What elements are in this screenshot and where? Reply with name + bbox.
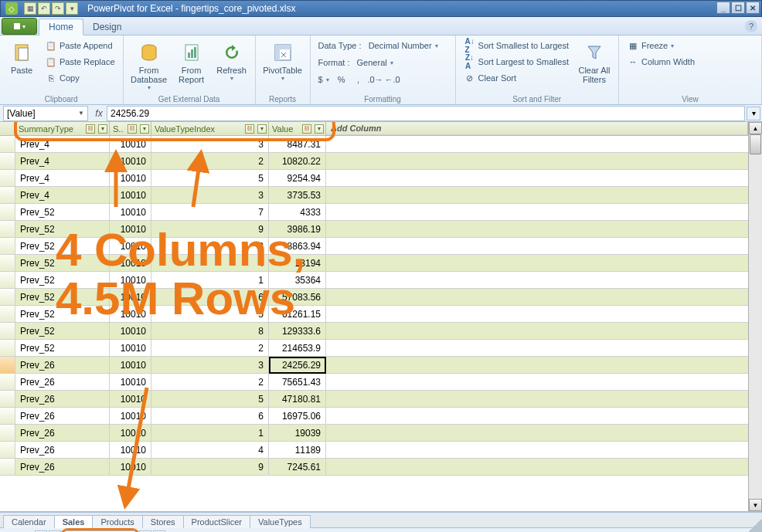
qat-save-icon[interactable]: ▦ [24,2,36,15]
sheet-tab-productslicer[interactable]: ProductSlicer [183,515,250,528]
copy-button[interactable]: ⎘Copy [42,70,118,86]
cell[interactable]: 9 [151,459,269,476]
column-header-value[interactable]: Value⛓▼ [269,122,326,135]
cell[interactable]: 16975.06 [269,408,326,425]
sheet-tab-products[interactable]: Products [92,515,142,528]
cell[interactable]: 10010 [110,221,151,238]
row-selector[interactable] [0,153,15,170]
qat-redo-icon[interactable]: ↷ [52,2,64,15]
decrease-decimal-button[interactable]: ←.0 [385,72,400,87]
increase-decimal-button[interactable]: .0→ [368,72,383,87]
row-selector[interactable] [0,221,15,238]
cell[interactable]: Prev_52 [15,289,110,306]
cell[interactable]: Prev_26 [15,442,110,459]
cell[interactable]: 8863.94 [269,238,326,255]
from-database-button[interactable]: From Database▾ [128,38,170,103]
cell[interactable]: 47180.81 [269,391,326,408]
formula-expand-button[interactable]: ▾ [747,107,760,120]
row-selector[interactable] [0,391,15,408]
cell[interactable]: Prev_52 [15,238,110,255]
cell[interactable]: 6 [151,289,269,306]
cell[interactable]: Prev_26 [15,408,110,425]
cell[interactable]: 9254.94 [269,170,326,187]
cell[interactable]: 214653.9 [269,340,326,357]
comma-button[interactable]: , [351,72,366,87]
column-width-button[interactable]: ↔Column Width [624,54,757,69]
row-selector[interactable] [0,204,15,221]
cell[interactable]: Prev_52 [15,340,110,357]
cell[interactable]: 3 [151,238,269,255]
row-selector[interactable] [0,170,15,187]
cell[interactable]: 10820.22 [269,153,326,170]
relationship-icon[interactable]: ⛓ [245,124,254,134]
cell[interactable]: 4 [151,255,269,272]
paste-append-button[interactable]: 📋Paste Append [42,38,118,53]
table-row[interactable]: Prev_2610010324256.29 [0,357,748,374]
row-selector[interactable] [0,425,15,442]
cell[interactable]: 19039 [269,425,326,442]
filter-dropdown-icon[interactable]: ▼ [140,124,149,134]
cell[interactable]: 10010 [110,255,151,272]
pivottable-button[interactable]: PivotTable▾ [260,38,305,103]
row-selector[interactable] [0,255,15,272]
sheet-tab-sales[interactable]: Sales [54,515,94,528]
row-selector[interactable] [0,374,15,391]
cell[interactable]: 8 [151,323,269,340]
relationship-icon[interactable]: ⛓ [302,124,311,134]
cell[interactable]: 24256.29 [269,357,326,374]
cell[interactable]: 5 [151,391,269,408]
cell[interactable]: 2 [151,340,269,357]
cell[interactable]: Prev_26 [15,425,110,442]
vertical-scrollbar[interactable]: ▲ ▼ [748,122,762,511]
clear-sort-button[interactable]: ⊘Clear Sort [461,70,572,86]
clear-filters-button[interactable]: Clear All Filters [575,38,614,103]
row-selector[interactable] [0,459,15,476]
formula-input[interactable]: 24256.29 [107,106,745,121]
freeze-button[interactable]: ▦Freeze▾ [624,38,757,53]
table-row[interactable]: Prev_2610010275651.43 [0,374,748,391]
row-selector[interactable] [0,289,15,306]
cell[interactable]: 8487.31 [269,136,326,153]
cell[interactable]: 3735.53 [269,187,326,204]
table-row[interactable]: Prev_521001038863.94 [0,238,748,255]
cell[interactable]: 4333 [269,204,326,221]
filter-dropdown-icon[interactable]: ▼ [98,124,107,134]
cell[interactable]: 10010 [110,238,151,255]
row-selector[interactable] [0,238,15,255]
scroll-thumb[interactable] [750,134,761,154]
cell[interactable]: 10010 [110,357,151,374]
cell[interactable]: Prev_52 [15,272,110,289]
cell[interactable]: 10010 [110,272,151,289]
scroll-up-button[interactable]: ▲ [749,122,762,134]
fx-icon[interactable]: fx [91,108,107,119]
tab-home[interactable]: Home [39,19,83,36]
column-header-valuetypeindex[interactable]: ValueTypeIndex⛓▼ [151,122,269,135]
cell[interactable]: 10010 [110,306,151,323]
sort-asc-button[interactable]: A↓ZSort Smallest to Largest [461,38,572,53]
relationship-icon[interactable]: ⛓ [128,124,137,134]
scroll-track[interactable] [749,134,762,499]
cell[interactable]: 4 [151,442,269,459]
cell[interactable]: 3 [151,357,269,374]
minimize-button[interactable]: _ [716,2,730,14]
row-selector[interactable] [0,340,15,357]
cell[interactable]: Prev_26 [15,391,110,408]
qat-dropdown[interactable]: ▾ [66,2,78,15]
cell[interactable]: 10010 [110,340,151,357]
cell[interactable]: Prev_52 [15,221,110,238]
filter-dropdown-icon[interactable]: ▼ [257,124,267,134]
table-row[interactable]: Prev_5210010413194 [0,255,748,272]
cell[interactable]: Prev_52 [15,323,110,340]
paste-button[interactable]: Paste [5,38,39,103]
cell[interactable]: 9 [151,221,269,238]
cell[interactable]: 57083.56 [269,289,326,306]
from-report-button[interactable]: From Report [173,38,210,103]
cell[interactable]: 11189 [269,442,326,459]
help-icon[interactable]: ? [745,20,757,32]
cell[interactable]: 61261.15 [269,306,326,323]
cell[interactable]: 2 [151,374,269,391]
table-row[interactable]: Prev_52100108129333.6 [0,323,748,340]
cell[interactable]: 35364 [269,272,326,289]
cell[interactable]: 1 [151,425,269,442]
cell[interactable]: Prev_4 [15,170,110,187]
